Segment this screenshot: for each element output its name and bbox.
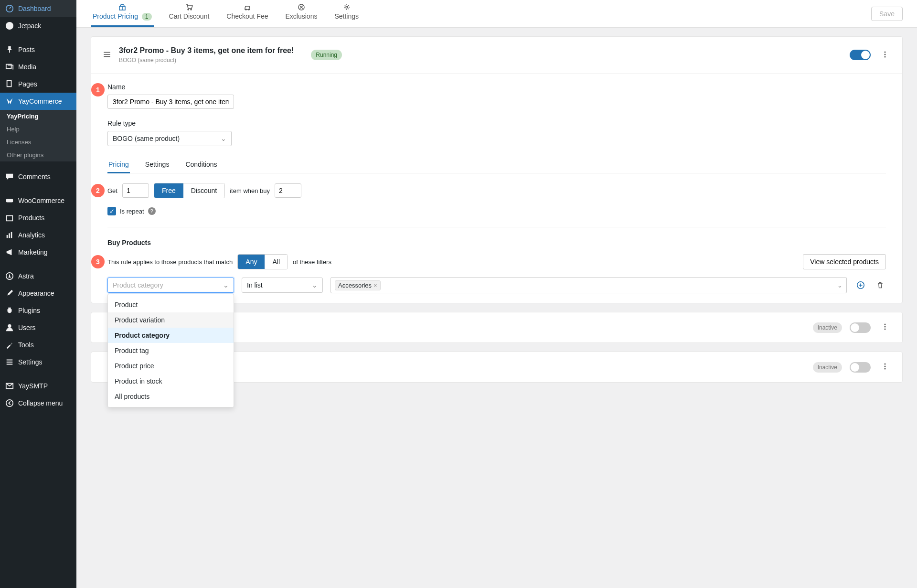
inner-tab-pricing[interactable]: Pricing	[107, 157, 130, 173]
svg-point-26	[885, 329, 886, 330]
view-selected-products-button[interactable]: View selected products	[803, 254, 886, 269]
sidebar-item-plugins[interactable]: Plugins	[0, 302, 76, 319]
sidebar-item-comments[interactable]: Comments	[0, 168, 76, 185]
inner-tab-settings[interactable]: Settings	[144, 157, 171, 173]
marketing-icon	[5, 247, 14, 257]
mail-icon	[5, 381, 14, 391]
sidebar-item-tools[interactable]: Tools	[0, 336, 76, 353]
sidebar-sub-yaypricing[interactable]: YayPricing	[0, 110, 76, 123]
name-input[interactable]	[107, 95, 234, 109]
svg-rect-7	[9, 233, 10, 238]
filter-value-input[interactable]: Accessories × ⌄	[331, 277, 847, 293]
sidebar-item-appearance[interactable]: Appearance	[0, 285, 76, 302]
sidebar-sub-help[interactable]: Help	[0, 123, 76, 136]
chevron-down-icon: ⌄	[223, 281, 229, 289]
dropdown-option-all[interactable]: All products	[108, 389, 234, 404]
tab-count-badge: 1	[142, 13, 152, 21]
tab-checkout-fee[interactable]: Checkout Fee	[224, 0, 270, 27]
rule-toggle[interactable]	[850, 50, 871, 60]
tab-exclusions[interactable]: Exclusions	[284, 0, 320, 27]
sidebar-item-pages[interactable]: Pages	[0, 75, 76, 93]
woo-icon	[5, 196, 14, 205]
rule-toggle[interactable]	[850, 362, 871, 373]
svg-point-1	[6, 22, 13, 30]
dropdown-option-variation[interactable]: Product variation	[108, 312, 234, 328]
seg-discount[interactable]: Discount	[183, 183, 224, 198]
get-label: Get	[107, 187, 117, 194]
delete-filter-icon[interactable]	[874, 279, 886, 291]
pages-icon	[5, 79, 14, 89]
svg-point-27	[885, 363, 886, 365]
save-button[interactable]: Save	[871, 7, 903, 21]
get-qty-input[interactable]	[122, 183, 149, 198]
tag-remove-icon[interactable]: ×	[373, 282, 377, 289]
sidebar-item-posts[interactable]: Posts	[0, 41, 76, 58]
name-label: Name	[107, 83, 886, 91]
sidebar-item-yaysmtp[interactable]: YaySMTP	[0, 377, 76, 395]
ruletype-select[interactable]: BOGO (same product) ⌄	[107, 131, 232, 146]
svg-rect-8	[11, 232, 12, 238]
free-discount-segment: Free Discount	[154, 183, 225, 198]
sidebar-sub-licenses[interactable]: Licenses	[0, 136, 76, 149]
sidebar-item-dashboard[interactable]: Dashboard	[0, 0, 76, 17]
dropdown-option-price[interactable]: Product price	[108, 358, 234, 374]
sidebar-item-users[interactable]: Users	[0, 319, 76, 336]
filter-operator-select[interactable]: In list ⌄	[242, 278, 323, 293]
sidebar-item-analytics[interactable]: Analytics	[0, 226, 76, 244]
gift-icon	[118, 3, 126, 11]
svg-point-24	[885, 324, 886, 325]
sidebar-item-marketing[interactable]: Marketing	[0, 244, 76, 261]
jetpack-icon	[5, 21, 14, 31]
sidebar-item-media[interactable]: Media	[0, 58, 76, 75]
pin-icon	[5, 45, 14, 54]
more-menu-icon[interactable]	[879, 321, 891, 334]
sidebar-item-woocommerce[interactable]: WooCommerce	[0, 192, 76, 209]
drag-handle-icon[interactable]	[103, 50, 111, 60]
is-repeat-checkbox[interactable]: ✓	[107, 207, 116, 215]
seg-any[interactable]: Any	[238, 255, 265, 269]
sidebar-label: YayCommerce	[18, 97, 62, 105]
sidebar-label: Tools	[18, 341, 34, 349]
rule-card-active: 3for2 Promo - Buy 3 items, get one item …	[91, 36, 903, 303]
tab-settings[interactable]: Settings	[332, 0, 361, 27]
sidebar-item-yaycommerce[interactable]: YayCommerce	[0, 93, 76, 110]
filter-type-dropdown: Product Product variation Product catego…	[107, 294, 234, 407]
dropdown-option-category[interactable]: Product category	[108, 328, 234, 343]
inner-tab-conditions[interactable]: Conditions	[184, 157, 218, 173]
sidebar-label: Media	[18, 63, 36, 71]
sidebar-label: Products	[18, 214, 44, 222]
sidebar-item-products[interactable]: Products	[0, 209, 76, 226]
sidebar-label: Users	[18, 324, 36, 331]
seg-all[interactable]: All	[265, 255, 288, 269]
tab-cart-discount[interactable]: Cart Discount	[167, 0, 212, 27]
sidebar-sub-otherplugins[interactable]: Other plugins	[0, 149, 76, 161]
dropdown-option-tag[interactable]: Product tag	[108, 343, 234, 358]
sidebar-label: Dashboard	[18, 5, 51, 12]
rule-toggle[interactable]	[850, 322, 871, 333]
more-menu-icon[interactable]	[879, 361, 891, 374]
more-menu-icon[interactable]	[879, 49, 891, 62]
dropdown-option-stock[interactable]: Product in stock	[108, 374, 234, 389]
sidebar-item-jetpack[interactable]: Jetpack	[0, 17, 76, 34]
filter-type-select[interactable]: Product category ⌄	[107, 278, 234, 293]
svg-point-22	[885, 56, 886, 57]
sidebar-item-astra[interactable]: Astra	[0, 267, 76, 285]
sidebar-item-collapse[interactable]: Collapse menu	[0, 395, 76, 412]
seg-free[interactable]: Free	[154, 183, 183, 198]
buy-products-title: Buy Products	[107, 239, 886, 246]
admin-sidebar: Dashboard Jetpack Posts Media Pages YayC…	[0, 0, 76, 588]
tab-label: Exclusions	[286, 12, 318, 20]
dropdown-option-product[interactable]: Product	[108, 297, 234, 312]
svg-rect-5	[7, 216, 13, 221]
step-marker-3: 3	[91, 255, 105, 268]
sidebar-label: Pages	[18, 80, 37, 88]
add-filter-icon[interactable]	[854, 279, 867, 291]
buy-qty-input[interactable]	[275, 183, 301, 198]
comment-icon	[5, 172, 14, 182]
help-icon[interactable]: ?	[148, 207, 156, 215]
cart-icon	[185, 3, 193, 11]
sidebar-item-settings[interactable]: Settings	[0, 353, 76, 371]
gear-icon	[343, 3, 351, 11]
tab-product-pricing[interactable]: Product Pricing 1	[91, 0, 154, 27]
sidebar-label: Analytics	[18, 231, 45, 239]
